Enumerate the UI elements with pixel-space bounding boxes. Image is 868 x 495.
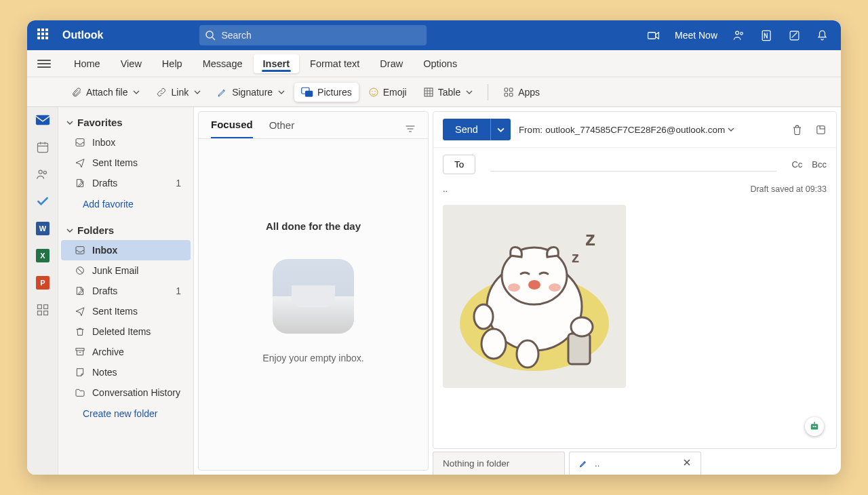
search-input[interactable] — [199, 25, 427, 45]
chevron-down-icon — [466, 89, 473, 96]
chevron-down-icon — [278, 89, 285, 96]
word-rail-icon[interactable]: W — [35, 221, 50, 236]
svg-rect-47 — [811, 424, 818, 429]
excel-rail-icon[interactable]: X — [35, 248, 50, 263]
svg-point-19 — [39, 170, 42, 174]
svg-point-49 — [814, 426, 816, 427]
app-launcher-icon[interactable] — [37, 28, 51, 42]
menu-options[interactable]: Options — [414, 54, 467, 73]
people-rail-icon[interactable] — [35, 167, 50, 182]
nav-item-sent-items[interactable]: Sent Items — [61, 153, 191, 173]
hamburger-icon[interactable] — [37, 60, 51, 68]
svg-rect-18 — [37, 143, 47, 152]
video-icon[interactable] — [647, 29, 660, 42]
svg-rect-8 — [305, 90, 313, 96]
tab-other[interactable]: Other — [269, 119, 295, 138]
svg-rect-16 — [510, 93, 513, 96]
apps-button[interactable]: Apps — [496, 83, 547, 102]
powerpoint-rail-icon[interactable]: P — [35, 275, 50, 290]
mail-rail-icon[interactable] — [35, 113, 50, 127]
svg-point-42 — [474, 304, 493, 329]
chevron-down-icon — [194, 89, 201, 96]
tab-focused[interactable]: Focused — [211, 119, 253, 138]
link-button[interactable]: Link — [149, 83, 208, 102]
create-folder-link[interactable]: Create new folder — [61, 403, 191, 424]
signature-button[interactable]: Signature — [210, 83, 292, 102]
nav-item-notes[interactable]: Notes — [61, 362, 191, 382]
favorites-header[interactable]: Favorites — [61, 113, 191, 132]
nav-item-archive[interactable]: Archive — [61, 342, 191, 362]
chevron-down-icon — [133, 89, 140, 96]
message-body[interactable]: z z — [433, 199, 836, 448]
filter-icon[interactable] — [405, 123, 416, 134]
popout-icon[interactable] — [815, 124, 827, 136]
draft-saved-status: Draft saved at 09:33 — [750, 184, 827, 194]
bell-icon[interactable] — [816, 29, 829, 42]
menu-insert[interactable]: Insert — [254, 54, 300, 73]
link-label: Link — [171, 87, 189, 98]
menu-message[interactable]: Message — [193, 54, 252, 73]
svg-text:W: W — [39, 224, 46, 233]
svg-rect-43 — [568, 334, 590, 364]
ribbon-separator — [488, 84, 488, 100]
menu-view[interactable]: View — [111, 54, 151, 73]
bcc-button[interactable]: Bcc — [812, 159, 827, 170]
menu-home[interactable]: Home — [64, 54, 110, 73]
inserted-image[interactable]: z z — [443, 205, 626, 388]
meet-now-button[interactable]: Meet Now — [675, 30, 717, 41]
svg-text:z: z — [585, 227, 595, 250]
onenote-icon[interactable] — [760, 29, 773, 42]
to-button[interactable]: To — [443, 155, 475, 174]
search-icon — [205, 30, 216, 41]
svg-point-11 — [374, 91, 375, 92]
calendar-rail-icon[interactable] — [35, 140, 50, 155]
notes-icon[interactable] — [788, 29, 801, 42]
nav-item-drafts[interactable]: Drafts1 — [61, 281, 191, 301]
empty-subtitle: Enjoy your empty inbox. — [262, 353, 363, 363]
emoji-button[interactable]: Emoji — [361, 83, 414, 102]
menu-draw[interactable]: Draw — [370, 54, 412, 73]
close-tab-icon[interactable] — [683, 458, 691, 469]
cc-button[interactable]: Cc — [791, 159, 802, 170]
send-dropdown-button[interactable] — [490, 119, 511, 140]
nav-item-sent-items[interactable]: Sent Items — [61, 301, 191, 321]
table-label: Table — [438, 87, 460, 98]
svg-line-1 — [212, 37, 215, 40]
assistant-icon[interactable] — [805, 417, 824, 436]
bottom-tab-draft[interactable]: .. — [569, 452, 701, 475]
nav-item-junk-email[interactable]: Junk Email — [61, 260, 191, 281]
bottom-tab-folder[interactable]: Nothing in folder — [433, 452, 565, 475]
nav-item-inbox[interactable]: Inbox — [61, 132, 191, 153]
svg-rect-5 — [762, 31, 770, 40]
svg-point-41 — [517, 340, 538, 368]
nav-item-deleted-items[interactable]: Deleted Items — [61, 321, 191, 342]
discard-icon[interactable] — [791, 124, 803, 136]
from-field[interactable]: From: outlook_774585CF7CE28F26@outlook.c… — [519, 125, 734, 135]
todo-rail-icon[interactable] — [35, 194, 50, 209]
svg-point-3 — [736, 31, 739, 35]
attach-file-button[interactable]: Attach file — [64, 83, 146, 102]
table-button[interactable]: Table — [416, 83, 479, 102]
send-button[interactable]: Send — [443, 119, 490, 140]
more-apps-rail-icon[interactable] — [35, 302, 50, 317]
svg-rect-27 — [37, 305, 41, 309]
svg-point-38 — [508, 283, 520, 292]
svg-point-20 — [43, 171, 46, 174]
pictures-button[interactable]: Pictures — [294, 83, 359, 102]
nav-item-drafts[interactable]: Drafts1 — [61, 173, 191, 193]
to-input[interactable] — [490, 158, 776, 172]
svg-point-9 — [370, 88, 378, 96]
emoji-label: Emoji — [383, 87, 407, 98]
subject-field[interactable]: .. — [443, 184, 448, 194]
svg-rect-13 — [505, 88, 508, 92]
nav-item-conversation-history[interactable]: Conversation History — [61, 382, 191, 403]
nav-item-inbox[interactable]: Inbox — [61, 240, 191, 260]
teams-icon[interactable] — [732, 29, 745, 42]
folders-header[interactable]: Folders — [61, 220, 191, 240]
add-favorite-link[interactable]: Add favorite — [61, 193, 191, 215]
compose-pane: Send From: outlook_774585CF7CE28F26@outl… — [433, 111, 837, 475]
message-list-pane: Focused Other All done for the day Enjoy… — [198, 111, 429, 471]
menu-format-text[interactable]: Format text — [300, 54, 369, 73]
menu-help[interactable]: Help — [153, 54, 192, 73]
svg-rect-15 — [505, 93, 508, 96]
